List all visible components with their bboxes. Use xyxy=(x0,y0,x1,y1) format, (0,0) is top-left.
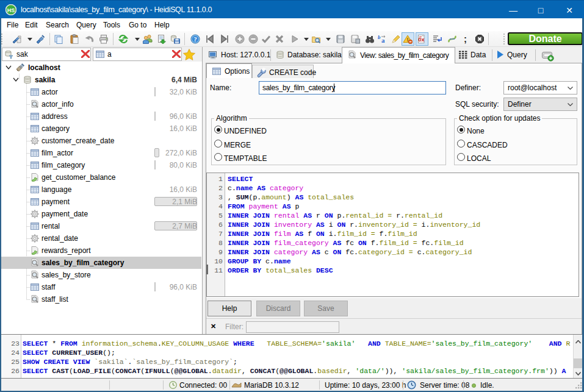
svg-text:;: ; xyxy=(464,34,467,44)
svg-text:?: ? xyxy=(193,35,197,43)
svg-text:a: a xyxy=(381,37,385,44)
svg-text:HS: HS xyxy=(7,7,15,13)
svg-text:b: b xyxy=(378,34,381,40)
